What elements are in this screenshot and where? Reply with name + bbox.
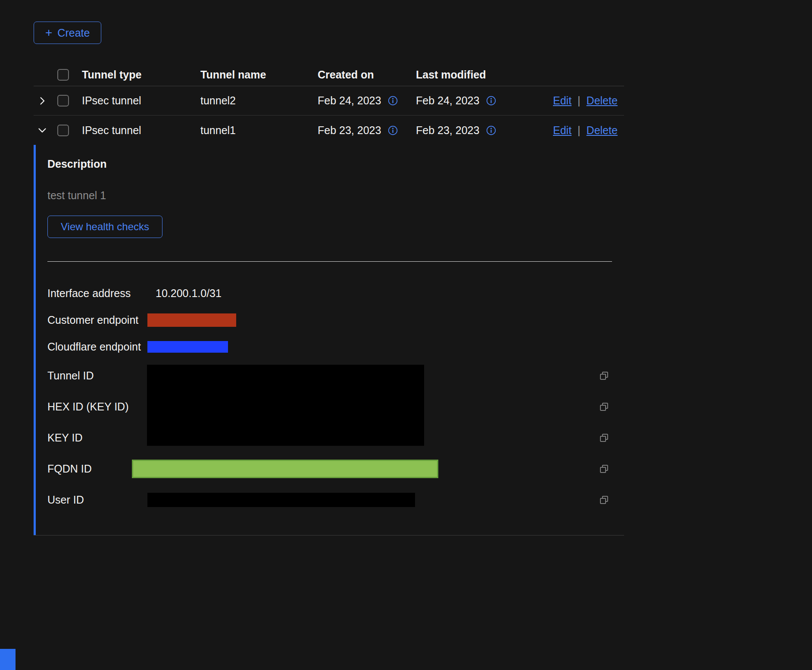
chevron-down-icon[interactable] bbox=[34, 122, 51, 139]
create-button[interactable]: + Create bbox=[34, 22, 101, 44]
customer-endpoint-row: Customer endpoint bbox=[47, 307, 612, 333]
description-value: test tunnel 1 bbox=[47, 189, 612, 202]
copy-icon[interactable] bbox=[599, 463, 609, 474]
delete-link[interactable]: Delete bbox=[587, 94, 618, 107]
copy-icon[interactable] bbox=[599, 401, 609, 412]
tunnel-id-label: Tunnel ID bbox=[47, 369, 147, 382]
tunnels-page: + Create Tunnel type Tunnel name Created… bbox=[34, 22, 624, 535]
interface-address-value: 10.200.1.0/31 bbox=[156, 287, 222, 300]
info-icon[interactable] bbox=[388, 96, 398, 106]
user-id-redacted-value bbox=[147, 493, 415, 507]
copy-icon[interactable] bbox=[599, 495, 609, 505]
action-separator: | bbox=[578, 94, 581, 107]
cloudflare-endpoint-label: Cloudflare endpoint bbox=[47, 341, 147, 353]
fqdn-id-row: FQDN ID bbox=[47, 453, 612, 484]
cell-last-modified: Feb 24, 2023 bbox=[416, 94, 479, 107]
customer-endpoint-redacted-value bbox=[147, 313, 236, 327]
hex-id-label: HEX ID (KEY ID) bbox=[47, 401, 147, 413]
section-divider bbox=[47, 261, 612, 262]
row-checkbox[interactable] bbox=[57, 125, 69, 136]
interface-address-label: Interface address bbox=[47, 287, 147, 300]
table-bottom-border bbox=[34, 535, 624, 535]
header-tunnel-type: Tunnel type bbox=[82, 69, 200, 81]
user-id-row: User ID bbox=[47, 484, 612, 515]
copy-icon[interactable] bbox=[599, 370, 609, 381]
row-checkbox[interactable] bbox=[57, 95, 69, 106]
table-header: Tunnel type Tunnel name Created on Last … bbox=[34, 64, 624, 86]
info-icon[interactable] bbox=[486, 125, 496, 135]
edit-link[interactable]: Edit bbox=[553, 94, 572, 107]
delete-link[interactable]: Delete bbox=[587, 124, 618, 137]
cell-created-on: Feb 23, 2023 bbox=[318, 124, 381, 137]
info-icon[interactable] bbox=[388, 125, 398, 135]
interface-address-row: Interface address 10.200.1.0/31 bbox=[47, 280, 612, 307]
bottom-left-blue-strip bbox=[0, 649, 16, 670]
tunnel-ids-redacted-value bbox=[147, 365, 424, 446]
chevron-right-icon[interactable] bbox=[34, 92, 51, 110]
edit-link[interactable]: Edit bbox=[553, 124, 572, 137]
fqdn-id-highlighted-value bbox=[132, 460, 438, 478]
tunnel-detail-panel: Description test tunnel 1 View health ch… bbox=[34, 145, 624, 535]
header-created-on: Created on bbox=[318, 69, 416, 81]
cloudflare-endpoint-redacted-value bbox=[147, 341, 228, 353]
copy-icon[interactable] bbox=[599, 432, 609, 443]
info-icon[interactable] bbox=[486, 96, 496, 106]
key-id-label: KEY ID bbox=[47, 432, 147, 444]
select-all-checkbox[interactable] bbox=[57, 69, 69, 81]
cloudflare-endpoint-row: Cloudflare endpoint bbox=[47, 333, 612, 360]
create-button-label: Create bbox=[57, 27, 90, 39]
cell-tunnel-name: tunnel1 bbox=[200, 124, 318, 137]
plus-icon: + bbox=[45, 27, 52, 39]
cell-last-modified: Feb 23, 2023 bbox=[416, 124, 479, 137]
customer-endpoint-label: Customer endpoint bbox=[47, 314, 147, 326]
view-health-checks-button[interactable]: View health checks bbox=[47, 216, 162, 238]
tunnel-fields: Interface address 10.200.1.0/31 Customer… bbox=[47, 280, 612, 515]
user-id-label: User ID bbox=[47, 494, 147, 506]
cell-tunnel-type: IPsec tunnel bbox=[82, 124, 200, 137]
cell-created-on: Feb 24, 2023 bbox=[318, 94, 381, 107]
table-row: IPsec tunnel tunnel2 Feb 24, 2023 Feb 24… bbox=[34, 86, 624, 116]
cell-tunnel-type: IPsec tunnel bbox=[82, 94, 200, 107]
cell-tunnel-name: tunnel2 bbox=[200, 94, 318, 107]
description-label: Description bbox=[47, 158, 612, 170]
tunnel-id-group: Tunnel ID HEX ID (KEY ID) KEY ID bbox=[47, 360, 612, 453]
header-last-modified: Last modified bbox=[416, 69, 553, 81]
table-row: IPsec tunnel tunnel1 Feb 23, 2023 Feb 23… bbox=[34, 116, 624, 145]
action-separator: | bbox=[578, 124, 581, 137]
header-tunnel-name: Tunnel name bbox=[200, 69, 318, 81]
